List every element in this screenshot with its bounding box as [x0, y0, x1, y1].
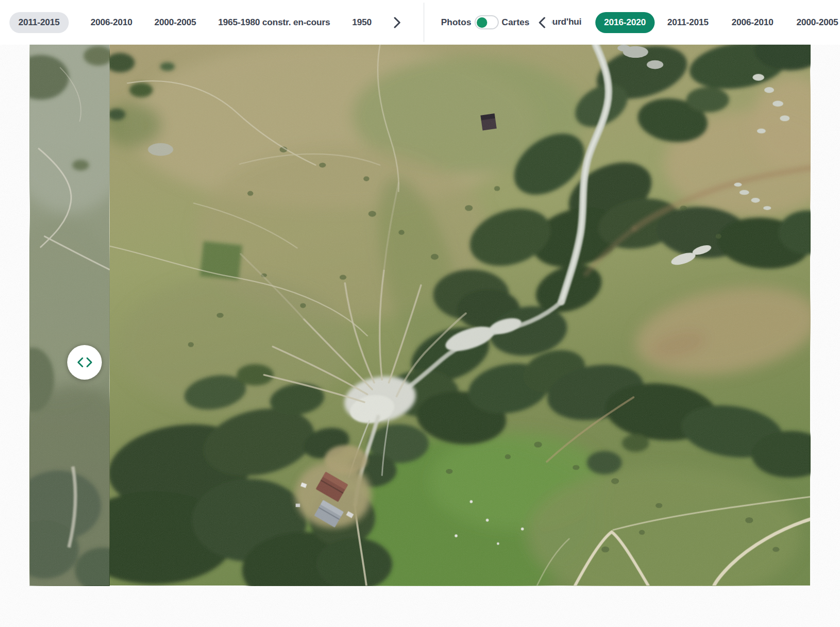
top-toolbar: 2011-2015 2006-2010 2000-2005 1965-1980 … [0, 0, 840, 45]
right-tab-aujourdhui-label: aujourd'hui [552, 17, 582, 27]
right-timeline-scroll-prev-button[interactable] [538, 16, 545, 29]
left-tab-1950[interactable]: 1950 [352, 17, 372, 28]
left-tab-2006-2010[interactable]: 2006-2010 [91, 17, 133, 28]
chevron-right-icon [394, 16, 401, 29]
right-tab-2000-2005[interactable]: 2000-2005 [796, 17, 838, 28]
comparison-map[interactable] [0, 45, 840, 627]
left-tab-2011-2015[interactable]: 2011-2015 [9, 12, 69, 33]
left-tab-1965-1980[interactable]: 1965-1980 constr. en-cours [218, 17, 330, 28]
right-timeline-toolbar: Photos Cartes aujourd'hui 2016-2020 2011… [423, 0, 838, 45]
chevron-left-icon [538, 16, 545, 29]
right-tab-aujourdhui[interactable]: aujourd'hui [552, 17, 582, 28]
right-tab-2016-2020[interactable]: 2016-2020 [595, 12, 655, 33]
left-timeline-scroll-next-button[interactable] [394, 16, 401, 29]
aerial-photo-svg [0, 45, 840, 627]
right-tab-2006-2010[interactable]: 2006-2010 [732, 17, 774, 28]
photos-cartes-toggle[interactable] [475, 15, 499, 29]
cartes-label[interactable]: Cartes [502, 17, 530, 28]
left-tab-2000-2005[interactable]: 2000-2005 [154, 17, 196, 28]
right-tab-2011-2015[interactable]: 2011-2015 [667, 17, 709, 28]
toggle-knob [477, 17, 487, 28]
chevron-left-icon [77, 357, 84, 368]
left-timeline-toolbar: 2011-2015 2006-2010 2000-2005 1965-1980 … [0, 0, 401, 45]
chevron-right-icon [86, 357, 93, 368]
comparison-swipe-handle[interactable] [67, 345, 102, 380]
photos-label[interactable]: Photos [441, 17, 471, 28]
